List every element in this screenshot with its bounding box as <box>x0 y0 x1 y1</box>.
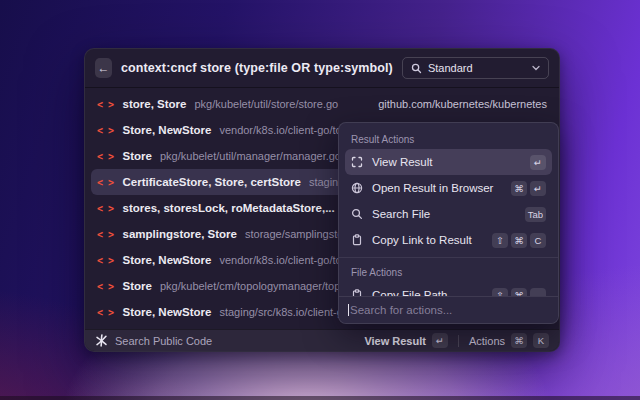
shift-key-badge: ⇧ <box>492 233 508 248</box>
search-icon <box>351 208 363 220</box>
code-symbol-icon: < > <box>97 203 114 214</box>
tab-key-badge: Tab <box>525 207 546 222</box>
c-key-badge: C <box>530 233 546 248</box>
globe-icon <box>351 182 363 194</box>
result-symbols: Store <box>123 280 152 292</box>
search-type-label: Standard <box>428 62 473 74</box>
search-icon <box>411 63 422 74</box>
divider <box>458 335 459 347</box>
action-label: Copy Link to Result <box>372 234 472 246</box>
action-label: Open Result in Browser <box>372 182 493 194</box>
result-symbols: Store, NewStore <box>123 124 212 136</box>
result-symbols: store, Store <box>123 98 187 110</box>
code-symbol-icon: < > <box>97 229 114 240</box>
enter-key-badge: ↵ <box>530 155 546 170</box>
action-search-file[interactable]: Search File Tab <box>345 201 552 227</box>
code-symbol-icon: < > <box>97 99 114 110</box>
result-symbols: samplingstore, Store <box>123 228 237 240</box>
screen-bottom-edge <box>0 396 640 400</box>
view-result-button[interactable]: View Result <box>364 335 426 347</box>
result-symbols: Store, NewStore <box>123 254 212 266</box>
code-symbol-icon: < > <box>97 255 114 266</box>
search-type-dropdown[interactable]: Standard <box>402 57 549 79</box>
panel-section-title: Result Actions <box>345 129 552 149</box>
k-key-badge: K <box>533 333 549 348</box>
code-symbol-icon: < > <box>97 125 114 136</box>
code-symbol-icon: < > <box>97 281 114 292</box>
status-bar: Search Public Code View Result ↵ Actions… <box>85 329 559 351</box>
result-row[interactable]: < > store, Store pkg/kubelet/util/store/… <box>85 91 559 117</box>
cmd-key-badge: ⌘ <box>511 181 527 196</box>
scan-icon <box>351 156 363 168</box>
code-symbol-icon: < > <box>97 151 114 162</box>
sourcegraph-logo-icon <box>95 334 108 347</box>
actions-button[interactable]: Actions <box>469 335 505 347</box>
search-header: ← context:cncf store (type:file OR type:… <box>85 49 559 88</box>
result-repo: github.com/kubernetes/kubernetes <box>378 98 547 110</box>
result-symbols: stores, storesLock, roMetadataStore,... <box>123 202 335 214</box>
cmd-key-badge: ⌘ <box>511 333 527 348</box>
search-query-input[interactable]: context:cncf store (type:file OR type:sy… <box>121 61 393 75</box>
search-window: ← context:cncf store (type:file OR type:… <box>84 48 560 352</box>
result-symbols: Store <box>123 150 152 162</box>
action-copy-link[interactable]: Copy Link to Result ⇧ ⌘ C <box>345 227 552 253</box>
back-button[interactable]: ← <box>95 58 112 78</box>
back-arrow-icon: ← <box>97 61 109 75</box>
action-open-in-browser[interactable]: Open Result in Browser ⌘ ↵ <box>345 175 552 201</box>
panel-section-title: File Actions <box>345 262 552 282</box>
divider <box>339 257 558 258</box>
enter-key-badge: ↵ <box>530 181 546 196</box>
cmd-key-badge: ⌘ <box>511 233 527 248</box>
code-symbol-icon: < > <box>97 177 114 188</box>
code-symbol-icon: < > <box>97 307 114 318</box>
action-label: Search File <box>372 208 430 220</box>
clipboard-icon <box>351 234 363 246</box>
result-symbols: Store, NewStore <box>123 306 212 318</box>
actions-search-footer <box>339 296 558 323</box>
result-path: pkg/kubelet/util/store/store.go <box>194 98 338 110</box>
result-symbols: CertificateStore, Store, certStore <box>123 176 301 188</box>
result-path: pkg/kubelet/util/manager/manager.go <box>160 150 341 162</box>
app-label: Search Public Code <box>115 335 212 347</box>
enter-key-badge: ↵ <box>432 333 448 348</box>
action-view-result[interactable]: View Result ↵ <box>345 149 552 175</box>
actions-search-input[interactable] <box>349 304 549 316</box>
action-label: View Result <box>372 156 433 168</box>
chevron-down-icon <box>532 65 540 71</box>
actions-panel: Result Actions View Result ↵ Open Result… <box>338 122 559 324</box>
